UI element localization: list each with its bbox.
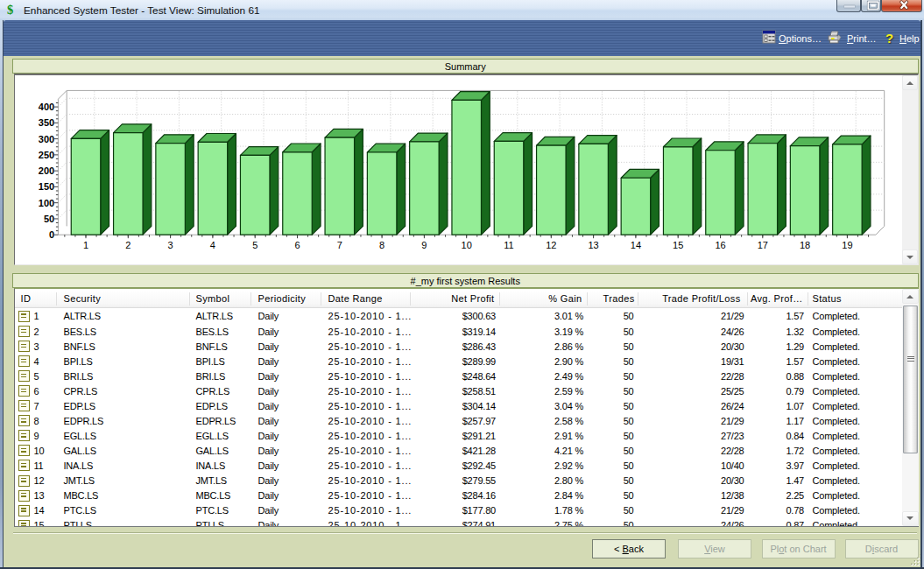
svg-text:6: 6	[294, 240, 300, 250]
svg-text:100: 100	[38, 198, 53, 208]
svg-text:150: 150	[38, 181, 53, 192]
svg-text:8: 8	[379, 240, 384, 250]
svg-text:250: 250	[38, 150, 53, 160]
svg-text:2: 2	[125, 240, 130, 250]
svg-text:19: 19	[842, 240, 852, 250]
svg-text:50: 50	[43, 214, 53, 224]
svg-text:300: 300	[38, 134, 53, 144]
svg-text:10: 10	[461, 240, 471, 250]
svg-text:1: 1	[82, 240, 88, 250]
svg-text:17: 17	[757, 240, 767, 250]
svg-text:4: 4	[209, 240, 215, 250]
svg-text:16: 16	[715, 240, 725, 250]
svg-text:14: 14	[630, 240, 640, 250]
svg-text:3: 3	[167, 240, 173, 250]
svg-text:13: 13	[588, 240, 598, 250]
svg-text:7: 7	[336, 240, 342, 250]
svg-text:200: 200	[38, 165, 53, 176]
svg-text:5: 5	[252, 240, 257, 250]
svg-text:9: 9	[421, 240, 427, 250]
svg-text:0: 0	[49, 229, 54, 240]
svg-text:11: 11	[504, 240, 513, 250]
svg-text:18: 18	[799, 240, 809, 250]
svg-text:12: 12	[546, 240, 556, 250]
svg-text:15: 15	[673, 240, 683, 250]
svg-text:350: 350	[38, 117, 53, 128]
svg-text:400: 400	[38, 102, 53, 112]
